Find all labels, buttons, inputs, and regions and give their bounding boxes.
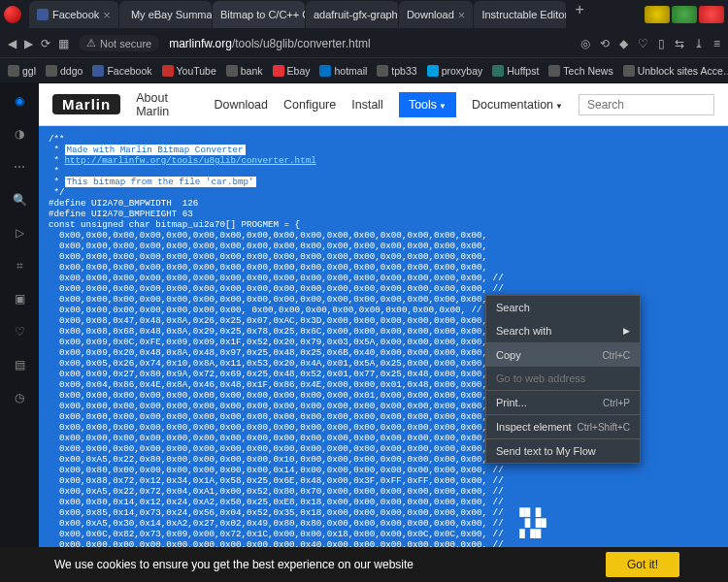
nav-install[interactable]: Install xyxy=(351,98,383,112)
url-field[interactable]: marlinfw.org/tools/u8glib/converter.html xyxy=(169,37,370,50)
tab-ebay[interactable]: My eBay Summary× xyxy=(119,1,212,28)
nav-download[interactable]: Download xyxy=(214,98,268,112)
page-content: Marlin About Marlin Download Configure I… xyxy=(39,83,728,547)
marlin-logo[interactable]: Marlin xyxy=(52,94,120,114)
window-close-button[interactable] xyxy=(699,6,724,23)
forward-button[interactable]: ▶ xyxy=(24,37,33,50)
tab-download[interactable]: Download× xyxy=(399,1,474,28)
tab-facebook[interactable]: Facebook× xyxy=(29,1,118,28)
opera-sidebar: ◉ ◑ ⋯ 🔍 ▷ ⌗ ▣ ♡ ▤ ◷ xyxy=(0,83,39,547)
maximize-button[interactable] xyxy=(672,6,697,23)
tab-bitmap-converter[interactable]: Bitmap to C/C++ C…× xyxy=(213,1,305,28)
nav-tools[interactable]: Tools▼ xyxy=(399,92,456,117)
bookmark-icon[interactable]: ▯ xyxy=(658,37,665,50)
bookmark-item[interactable]: Unblock sites Acce… xyxy=(623,65,728,77)
flow-sidebar-icon[interactable]: ▷ xyxy=(10,223,29,242)
chevron-right-icon: ▶ xyxy=(623,326,630,336)
bookmark-item[interactable]: Facebook xyxy=(92,65,151,77)
ellipsis-icon[interactable]: ⋯ xyxy=(10,157,29,177)
flow-icon[interactable]: ◆ xyxy=(619,37,628,50)
bookmark-item[interactable]: YouTube xyxy=(162,65,216,77)
speed-dial-icon[interactable]: ▦ xyxy=(58,37,69,50)
warning-icon: ⚠ xyxy=(86,37,96,49)
close-icon[interactable]: × xyxy=(103,8,111,22)
window-controls xyxy=(645,6,724,23)
sync-icon[interactable]: ⟲ xyxy=(600,37,610,50)
sidebar-toggle-icon[interactable]: ⇆ xyxy=(675,37,684,50)
nav-docs[interactable]: Documentation▼ xyxy=(472,98,563,112)
context-menu: Search Search with▶ CopyCtrl+C Go to web… xyxy=(485,295,641,464)
sidebar-heart-icon[interactable]: ♡ xyxy=(10,322,29,341)
cm-inspect[interactable]: Inspect elementCtrl+Shift+C xyxy=(486,415,640,438)
bookmark-item[interactable]: tpb33 xyxy=(377,65,416,77)
browser-tabs: Facebook× My eBay Summary× Bitmap to C/C… xyxy=(29,1,645,28)
address-bar: ◀ ▶ ⟳ ▦ ⚠ Not secure marlinfw.org/tools/… xyxy=(0,29,728,58)
cookie-banner: We use cookies to ensure you get the bes… xyxy=(0,547,728,582)
heart-icon[interactable]: ♡ xyxy=(638,37,648,50)
cm-flow[interactable]: Send text to My Flow xyxy=(486,439,640,463)
snapshot-icon[interactable]: ⌗ xyxy=(10,256,29,275)
cookie-accept-button[interactable]: Got it! xyxy=(606,552,679,577)
close-icon[interactable]: × xyxy=(458,8,466,22)
vpn-icon[interactable]: ◎ xyxy=(580,37,590,50)
cm-search[interactable]: Search xyxy=(486,296,640,319)
messenger-icon[interactable]: ◉ xyxy=(10,91,29,111)
nav-about[interactable]: About Marlin xyxy=(136,91,198,118)
minimize-button[interactable] xyxy=(645,6,670,23)
tab-adafruit[interactable]: adafruit-gfx-graphi…× xyxy=(306,1,398,28)
nav-configure[interactable]: Configure xyxy=(283,98,336,112)
history-icon[interactable]: ◷ xyxy=(10,388,29,407)
cm-copy[interactable]: CopyCtrl+C xyxy=(486,343,640,367)
reload-button[interactable]: ⟳ xyxy=(41,37,50,50)
back-button[interactable]: ◀ xyxy=(8,37,17,50)
bookmark-item[interactable]: ddgo xyxy=(46,65,83,77)
whatsapp-icon[interactable]: ◑ xyxy=(10,124,29,144)
bookmark-item[interactable]: Tech News xyxy=(548,65,612,77)
bookmark-item[interactable]: hotmail xyxy=(319,65,367,77)
window-titlebar: Facebook× My eBay Summary× Bitmap to C/C… xyxy=(0,0,728,29)
cm-print[interactable]: Print...Ctrl+P xyxy=(486,391,640,414)
bookmark-item[interactable]: proxybay xyxy=(427,65,483,77)
security-badge[interactable]: ⚠ Not secure xyxy=(79,35,159,51)
news-icon[interactable]: ▤ xyxy=(10,355,29,374)
bookmarks-bar: ggl ddgo Facebook YouTube bank Ebay hotm… xyxy=(0,58,728,83)
bookmark-item[interactable]: bank xyxy=(226,65,263,77)
tab-instructable[interactable]: Instructable Editor× xyxy=(474,1,566,28)
search-input[interactable] xyxy=(579,94,714,115)
menu-icon[interactable]: ≡ xyxy=(713,37,720,50)
chevron-down-icon: ▼ xyxy=(439,102,447,111)
cm-goto: Go to web address xyxy=(486,367,640,390)
workspaces-icon[interactable]: ▣ xyxy=(10,289,29,308)
chevron-down-icon: ▼ xyxy=(555,102,563,111)
download-icon[interactable]: ⤓ xyxy=(694,37,704,50)
cookie-text: We use cookies to ensure you get the bes… xyxy=(54,558,414,571)
search-icon[interactable]: 🔍 xyxy=(10,190,29,210)
cm-search-with[interactable]: Search with▶ xyxy=(486,319,640,342)
opera-icon[interactable] xyxy=(4,6,21,23)
new-tab-button[interactable]: + xyxy=(567,1,591,28)
bookmark-item[interactable]: Ebay xyxy=(273,65,311,77)
bookmark-item[interactable]: Huffpst xyxy=(492,65,539,77)
site-header: Marlin About Marlin Download Configure I… xyxy=(39,83,728,126)
bookmark-item[interactable]: ggl xyxy=(8,65,36,77)
